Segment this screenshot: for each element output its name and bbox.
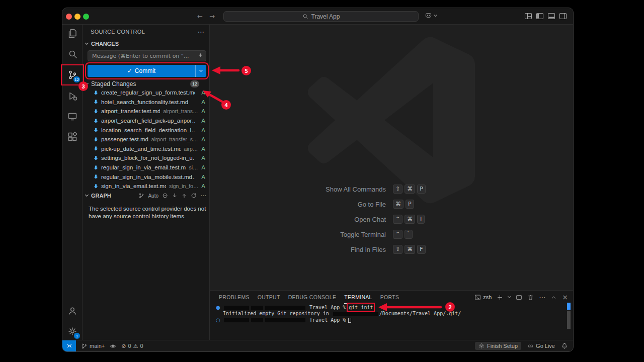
branch-icon	[138, 193, 144, 199]
search-text: Travel App	[311, 13, 340, 20]
tab-output[interactable]: OUTPUT	[258, 291, 280, 304]
settings-gear-icon[interactable]: 1	[66, 325, 78, 337]
staged-count-badge: 12	[190, 80, 199, 87]
terminal-icon	[474, 294, 481, 301]
split-terminal-icon[interactable]	[516, 294, 522, 301]
file-status-added: A	[200, 99, 205, 105]
graph-section-header[interactable]: GRAPH Auto ⋯	[86, 192, 206, 200]
staged-file-row[interactable]: location_search_field_destination_l… A	[83, 125, 209, 135]
staged-file-row[interactable]: pick-up_date_and_time.test.mdairp… A	[83, 144, 209, 154]
commit-dropdown-button[interactable]	[195, 65, 206, 77]
tab-problems[interactable]: PROBLEMS	[219, 291, 250, 304]
scm-count-badge: 12	[73, 76, 80, 83]
git-output-post: /Documents/Travel App/.git/	[379, 311, 461, 316]
toggle-secondary-sidebar-icon[interactable]	[559, 12, 567, 20]
keycap: I	[417, 215, 425, 224]
terminal-line: Initialized empty Git repository in /Doc…	[216, 311, 561, 317]
minimize-window-button[interactable]	[74, 14, 80, 20]
search-sidebar-icon[interactable]	[66, 48, 78, 60]
tab-terminal[interactable]: TERMINAL	[344, 291, 372, 304]
refresh-icon[interactable]	[191, 193, 197, 199]
run-debug-icon[interactable]	[66, 90, 78, 102]
staged-file-row[interactable]: hotel_search_functionality.test.md A	[83, 98, 209, 107]
changes-section-header[interactable]: CHANGES	[86, 40, 206, 48]
toggle-primary-sidebar-icon[interactable]	[536, 12, 544, 20]
close-window-button[interactable]	[66, 14, 72, 20]
staged-file-row[interactable]: create_regular_sign_up_form.test.md A	[83, 88, 209, 98]
customize-layout-icon[interactable]	[524, 12, 532, 20]
terminal-shell-button[interactable]: zsh	[474, 294, 492, 301]
zoom-window-button[interactable]	[83, 14, 89, 20]
staged-file-row[interactable]: settings_block_for_not_logged-in_u… A	[83, 153, 209, 163]
git-output-pre: Initialized empty Git repository in	[223, 311, 329, 316]
close-panel-icon[interactable]: ×	[562, 293, 568, 301]
file-name: sign_in_via_email.test.md	[101, 183, 166, 189]
markdown-file-icon	[93, 99, 99, 105]
new-terminal-icon[interactable]	[497, 294, 503, 301]
finish-setup-button[interactable]: Finish Setup	[475, 342, 521, 350]
target-icon[interactable]	[162, 193, 168, 199]
fetch-icon[interactable]	[172, 193, 178, 199]
remote-indicator[interactable]	[62, 340, 76, 351]
graph-auto-label[interactable]: Auto	[148, 193, 158, 199]
bell-icon[interactable]	[561, 342, 568, 349]
watermark-shortcuts: Show All Commands ⇧ ⌘ P Go to File ⌘ P O…	[283, 182, 500, 257]
branch-status-item[interactable]: main+	[81, 343, 105, 349]
redacted-text	[251, 318, 263, 322]
terminal-dropdown-icon[interactable]	[508, 295, 511, 298]
terminal-scrollbar[interactable]	[567, 311, 571, 329]
staged-file-row[interactable]: regular_sign_in_via_mobile.test.md… A	[83, 172, 209, 182]
go-live-button[interactable]: Go Live	[527, 343, 555, 349]
staged-file-row[interactable]: passenger.test.mdairport_transfer_s… A	[83, 135, 209, 144]
toggle-panel-icon[interactable]	[547, 12, 555, 20]
file-status-added: A	[200, 89, 205, 96]
markdown-file-icon	[93, 146, 99, 151]
terminal-line: ○ Travel App %	[216, 317, 561, 323]
file-status-added: A	[200, 174, 205, 180]
explorer-icon[interactable]	[66, 28, 78, 40]
source-control-icon[interactable]: 12	[66, 69, 78, 81]
push-icon[interactable]	[181, 193, 187, 199]
more-actions-icon[interactable]: ⋯	[198, 28, 204, 36]
commit-message-field	[88, 50, 206, 61]
redacted-text	[265, 318, 305, 322]
staged-file-row[interactable]: airport_transfer.test.mdairport_trans… A	[83, 107, 209, 116]
staged-changes-header[interactable]: Staged Changes 12	[86, 80, 206, 88]
tab-ports[interactable]: PORTS	[380, 291, 399, 304]
generate-commit-message-icon[interactable]	[197, 52, 204, 59]
problems-status-item[interactable]: ⊘ 0 ⚠ 0	[121, 343, 143, 349]
accounts-icon[interactable]	[66, 305, 78, 317]
file-status-added: A	[200, 146, 205, 152]
commit-message-input[interactable]	[88, 50, 206, 61]
prompt-text: Travel App %	[309, 305, 346, 310]
remote-explorer-icon[interactable]	[66, 111, 78, 123]
keycap: ^	[393, 215, 403, 224]
maximize-panel-icon[interactable]	[550, 294, 557, 301]
back-icon[interactable]: ←	[197, 13, 203, 20]
command-center-search[interactable]: Travel App	[223, 11, 419, 22]
markdown-file-icon	[93, 90, 99, 96]
warning-icon: ⚠	[133, 343, 138, 349]
go-live-label: Go Live	[536, 343, 555, 349]
staged-file-row[interactable]: airport_search_field_pick-up_airpor… A	[83, 116, 209, 126]
file-name: settings_block_for_not_logged-in_u…	[101, 155, 195, 161]
terminal-output[interactable]: ● Travel App % git init Initialized empt…	[216, 305, 561, 323]
tab-debug-console[interactable]: DEBUG CONSOLE	[288, 291, 337, 304]
graph-more-icon[interactable]: ⋯	[200, 192, 206, 199]
kill-terminal-icon[interactable]	[527, 294, 534, 301]
panel-more-icon[interactable]: ⋯	[539, 294, 545, 301]
file-path: airp…	[184, 146, 198, 152]
graph-empty-message: The selected source control provider doe…	[89, 205, 207, 220]
staged-file-row[interactable]: regular_sign_in_via_email.test.mdsi… A	[83, 163, 209, 172]
extensions-icon[interactable]	[66, 131, 78, 143]
file-status-added: A	[200, 118, 205, 124]
command-decoration-icon: ○	[216, 317, 223, 323]
commit-button[interactable]: ✓ Commit	[88, 65, 206, 77]
error-icon: ⊘	[121, 343, 126, 349]
forward-icon[interactable]: →	[209, 13, 215, 20]
copilot-menu-button[interactable]	[425, 12, 437, 19]
keycap: ⇧	[393, 185, 403, 194]
file-path: sign_in_fo…	[169, 183, 198, 189]
staged-file-row[interactable]: sign_in_via_email.test.mdsign_in_fo… A	[83, 182, 209, 191]
eye-status-icon[interactable]	[110, 343, 116, 349]
